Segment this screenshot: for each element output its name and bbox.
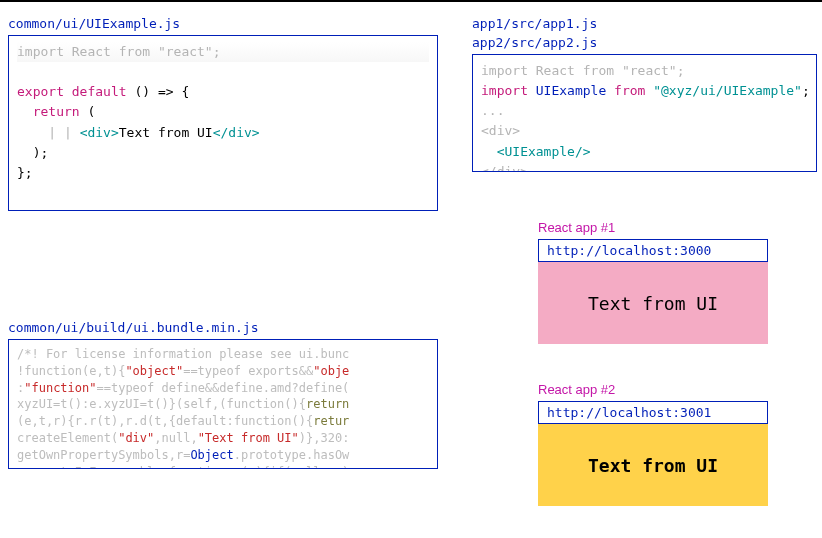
consumer-code-panel: app1/src/app1.js app2/src/app2.js import… [472,16,817,172]
address-bar: http://localhost:3000 [538,239,768,262]
file-path-label: app2/src/app2.js [472,35,817,50]
code-box-uiexample: import React from "react"; export defaul… [8,35,438,211]
app-label: React app #1 [538,220,768,235]
file-path-label: app1/src/app1.js [472,16,817,31]
address-bar: http://localhost:3001 [538,401,768,424]
react-app-2-preview: React app #2 http://localhost:3001 Text … [538,382,768,506]
app-rendered-output: Text from UI [538,424,768,506]
app-rendered-output: Text from UI [538,262,768,344]
file-path-label: common/ui/UIExample.js [8,16,438,31]
file-path-label: common/ui/build/ui.bundle.min.js [8,320,438,335]
code-box-consumer: import React from "react"; import UIExam… [472,54,817,172]
source-code-panel-uiexample: common/ui/UIExample.js import React from… [8,16,438,211]
react-app-1-preview: React app #1 http://localhost:3000 Text … [538,220,768,344]
code-box-bundle: /*! For license information please see u… [8,339,438,469]
rendered-text: Text from UI [588,455,718,476]
rendered-text: Text from UI [588,293,718,314]
bundle-code-panel: common/ui/build/ui.bundle.min.js /*! For… [8,320,438,469]
app-label: React app #2 [538,382,768,397]
